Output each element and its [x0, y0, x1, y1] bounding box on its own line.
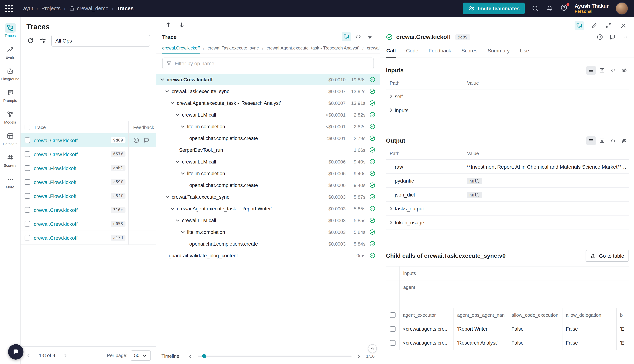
tab-use[interactable]: Use [519, 45, 529, 58]
tree-row[interactable]: crewai.Agent.execute_task - 'Report Writ… [156, 203, 380, 214]
trace-op-link[interactable]: crewai.Flow.kickoff [34, 179, 77, 185]
tree-row[interactable]: crewai.Crew.kickoff$0.001019.83s [156, 74, 380, 86]
call-id-badge[interactable]: 9d89 [455, 34, 470, 40]
kv-row[interactable]: inputs [386, 103, 629, 117]
invite-teammates-button[interactable]: Invite teammates [463, 2, 525, 14]
tab-call[interactable]: Call [386, 45, 396, 58]
breadcrumb-projects[interactable]: Projects [42, 6, 61, 11]
search-icon[interactable] [532, 5, 539, 12]
code-toggle-button[interactable] [608, 136, 618, 145]
list-view-button[interactable] [586, 66, 596, 75]
trace-row[interactable]: crewai.Crew.kickoff657f [21, 147, 156, 161]
timeline-prev-icon[interactable] [187, 353, 193, 359]
row-checkbox[interactable] [25, 235, 30, 240]
column-header-trace[interactable]: Trace [34, 124, 128, 130]
column-header[interactable]: agent_ops_agent_nan [454, 308, 508, 322]
group-header-agent[interactable]: agent [399, 280, 629, 294]
flame-view-button[interactable] [365, 32, 375, 41]
prev-call-button[interactable] [164, 21, 172, 29]
tree-view-button[interactable] [342, 32, 351, 41]
code-view-button[interactable] [353, 32, 363, 41]
support-chat-button[interactable] [8, 344, 24, 360]
ops-filter-select[interactable]: All Ops [51, 35, 150, 46]
tree-row[interactable]: litellm.completion<$0.00012.82s [156, 120, 380, 132]
tree-row[interactable]: crewai.LLM.call$0.00069.40s [156, 156, 380, 168]
next-page-icon[interactable] [62, 352, 68, 358]
child-call-row[interactable]: <crewai.agents.cre...'Research Analyst'F… [386, 336, 629, 350]
child-call-row[interactable]: <crewai.agents.cre...'Report Writer'Fals… [386, 322, 629, 336]
row-checkbox[interactable] [25, 152, 30, 157]
op-filter-input[interactable] [162, 58, 374, 69]
comment-icon[interactable] [609, 34, 616, 40]
column-header[interactable]: allow_code_execution [508, 308, 562, 322]
tree-row[interactable]: crewai.LLM.call<$0.00012.82s [156, 109, 380, 120]
close-button[interactable] [618, 21, 628, 30]
per-page-select[interactable]: 50 [130, 350, 151, 360]
sidebar-item-scorers[interactable]: Scorers [0, 150, 20, 170]
tree-row[interactable]: crewai.Agent.execute_task - 'Research An… [156, 97, 380, 109]
sidebar-item-playground[interactable]: Playground [0, 64, 20, 84]
tree-row[interactable]: crewai.LLM.call$0.00035.85s [156, 214, 380, 226]
trace-op-link[interactable]: crewai.Crew.kickoff [34, 137, 78, 143]
row-checkbox[interactable] [25, 193, 30, 199]
prev-page-icon[interactable] [26, 352, 32, 358]
breadcrumb-project[interactable]: crewai_demo [77, 6, 109, 11]
trace-row[interactable]: crewai.Crew.kickoff9d89 [21, 134, 156, 147]
tree-row[interactable]: openai.chat.completions.create<$0.00012.… [156, 132, 380, 144]
kv-row[interactable]: token_usage [386, 216, 629, 230]
sidebar-item-models[interactable]: Models [0, 107, 20, 127]
trace-row[interactable]: crewai.Flow.kickoffc5ff [21, 189, 156, 203]
avatar[interactable] [616, 2, 628, 15]
tree-row[interactable]: crewai.Task.execute_sync$0.000713.92s [156, 86, 380, 97]
tree-row[interactable]: litellm.completion$0.00035.84s [156, 226, 380, 238]
tree-row[interactable]: guardrail-validate_blog_content0ms [156, 250, 380, 261]
tab-scores[interactable]: Scores [461, 45, 478, 58]
tree-row[interactable]: openai.chat.completions.create$0.00035.8… [156, 238, 380, 250]
sidebar-item-prompts[interactable]: Prompts [0, 86, 20, 105]
row-checkbox[interactable] [25, 165, 30, 171]
sidebar-item-more[interactable]: More [0, 172, 20, 192]
tab-summary[interactable]: Summary [487, 45, 510, 58]
row-checkbox[interactable] [25, 207, 30, 212]
path-tab[interactable]: crewai.Crew.kickoff [162, 43, 200, 54]
list-view-button[interactable] [586, 136, 596, 145]
trace-op-link[interactable]: crewai.Crew.kickoff [34, 207, 78, 213]
fullscreen-button[interactable] [604, 21, 613, 30]
breadcrumb-org[interactable]: ayut [23, 6, 33, 11]
path-tab[interactable]: crewai.Agent.execute_task - 'Research An… [266, 43, 359, 54]
kv-row[interactable]: self [386, 90, 629, 103]
path-tab[interactable]: crewai.LLM.call [367, 43, 380, 54]
tree-row[interactable]: SerperDevTool._run1.66s [156, 144, 380, 156]
sidebar-item-datasets[interactable]: Datasets [0, 129, 20, 148]
add-reaction-icon[interactable] [596, 34, 603, 40]
tab-code[interactable]: Code [406, 45, 419, 58]
tree-row[interactable]: crewai.Task.execute_sync$0.00035.87s [156, 191, 380, 203]
kv-row[interactable]: tasks_output [386, 202, 629, 216]
trace-op-link[interactable]: crewai.Flow.kickoff [34, 165, 77, 171]
row-checkbox[interactable] [390, 326, 395, 332]
next-call-button[interactable] [178, 21, 186, 29]
expand-rows-button[interactable] [597, 136, 607, 145]
trace-op-link[interactable]: crewai.Crew.kickoff [34, 235, 78, 241]
group-header-inputs[interactable]: inputs [399, 266, 629, 280]
row-checkbox[interactable] [390, 340, 395, 346]
column-header[interactable]: allow_delegation [562, 308, 617, 322]
column-header[interactable]: b [617, 308, 629, 322]
overflow-menu-icon[interactable] [621, 34, 628, 40]
scroll-top-button[interactable] [368, 344, 377, 353]
hide-values-button[interactable] [619, 66, 629, 75]
bell-icon[interactable] [546, 5, 553, 12]
go-to-table-button[interactable]: Go to table [585, 250, 629, 262]
refresh-button[interactable] [27, 37, 35, 45]
expand-rows-button[interactable] [597, 66, 607, 75]
trace-row[interactable]: crewai.Flow.kickoffc59f [21, 175, 156, 189]
trace-op-link[interactable]: crewai.Crew.kickoff [34, 221, 78, 227]
tab-feedback[interactable]: Feedback [428, 45, 451, 58]
tree-row[interactable]: openai.chat.completions.create$0.00069.4… [156, 179, 380, 191]
row-checkbox[interactable] [25, 221, 30, 226]
trace-row[interactable]: crewai.Crew.kickoffe058 [21, 217, 156, 231]
trace-op-link[interactable]: crewai.Crew.kickoff [34, 151, 78, 157]
help-icon[interactable] [560, 4, 568, 13]
row-checkbox[interactable] [25, 138, 30, 143]
trace-row[interactable]: crewai.Flow.kickoffeab1 [21, 161, 156, 175]
